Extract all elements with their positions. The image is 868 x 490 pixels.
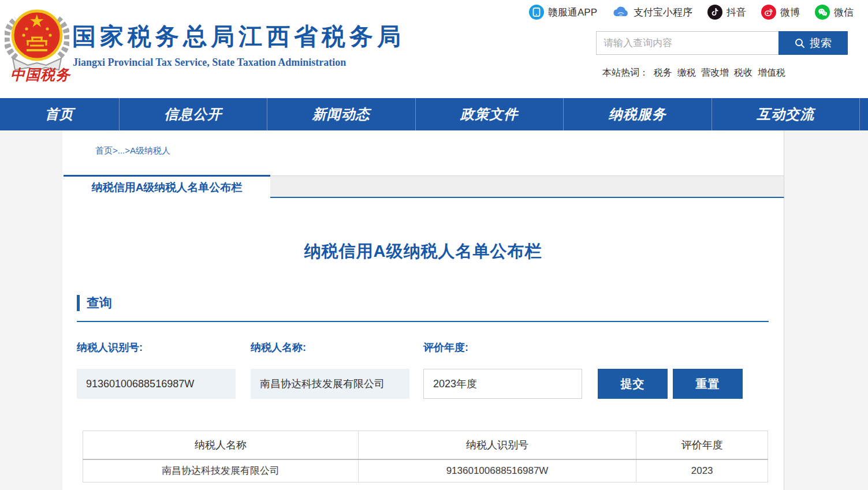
social-link-weibo[interactable]: 微博 [761,5,800,20]
social-label: 支付宝小程序 [634,6,692,19]
nav-spacer [860,98,868,130]
search-button-label: 搜索 [810,36,832,51]
nav-item-interaction[interactable]: 互动交流 [712,98,860,130]
content-panel: 首页>...>A级纳税人 纳税信用A级纳税人名单公布栏 纳税信用A级纳税人名单公… [62,130,784,490]
weibo-icon [761,5,776,20]
douyin-icon [707,5,722,20]
tablet-icon [529,5,544,20]
table-row: 南昌协达科技发展有限公司 91360100688516987W 2023 [83,459,768,482]
page-title: 纳税信用A级纳税人名单公布栏 [62,240,784,263]
hot-word-link[interactable]: 增值税 [758,67,785,79]
taxpayer-id-field[interactable] [77,369,236,399]
cell-taxpayer-name: 南昌协达科技发展有限公司 [83,459,359,482]
search-input[interactable] [596,31,778,55]
hot-words: 本站热词： 税务 缴税 营改增 税收 增值税 [602,67,785,79]
tax-emblem-logo: 中国税务 [5,3,69,84]
social-label: 抖音 [727,6,746,19]
nav-item-home[interactable]: 首页 [0,98,120,130]
cell-eval-year: 2023 [636,459,768,482]
col-header-taxpayer-name: 纳税人名称 [83,431,359,459]
tab-a-level-taxpayer-list[interactable]: 纳税信用A级纳税人名单公布栏 [64,175,270,198]
hot-word-link[interactable]: 税务 [654,67,672,79]
eval-year-label: 评价年度: [423,341,468,354]
social-link-alipay-miniapp[interactable]: 支付宝小程序 [612,5,692,20]
taxpayer-name-label: 纳税人名称: [251,341,306,354]
query-divider [77,321,769,322]
site-subtitle: Jiangxi Provincial Tax Service, State Ta… [73,57,346,69]
content-background: 首页>...>A级纳税人 纳税信用A级纳税人名单公布栏 纳税信用A级纳税人名单公… [0,130,868,490]
taxpayer-id-label: 纳税人识别号: [77,341,143,354]
social-link-douyin[interactable]: 抖音 [707,5,746,20]
nav-item-policy[interactable]: 政策文件 [416,98,564,130]
taxpayer-name-field[interactable] [251,369,409,399]
site-title: 国家税务总局江西省税务局 [72,21,405,53]
tab-bar: 纳税信用A级纳税人名单公布栏 [62,175,784,198]
alipay-cloud-icon [612,5,629,20]
tab-bar-filler [270,175,784,198]
social-link-ganfutong[interactable]: 赣服通APP [529,5,597,20]
nav-item-info[interactable]: 信息公开 [120,98,268,130]
main-nav: 首页 信息公开 新闻动态 政策文件 纳税服务 互动交流 [0,98,868,130]
reset-button[interactable]: 重置 [673,369,743,399]
nav-item-news[interactable]: 新闻动态 [267,98,416,130]
eval-year-field[interactable] [423,369,582,399]
social-label: 赣服通APP [548,6,597,19]
social-bar: 赣服通APP 支付宝小程序 抖音 微博 [529,5,854,20]
hot-words-label: 本站热词： [602,67,649,79]
col-header-taxpayer-id: 纳税人识别号 [358,431,636,459]
col-header-eval-year: 评价年度 [636,431,768,459]
table-header-row: 纳税人名称 纳税人识别号 评价年度 [83,431,768,459]
social-link-wechat[interactable]: 微信 [815,5,854,20]
hot-word-link[interactable]: 税收 [734,67,752,79]
cell-taxpayer-id: 91360100688516987W [358,459,636,482]
search-icon [795,38,805,48]
query-accent-bar [77,295,80,311]
logo-caption: 中国税务 [8,65,73,84]
result-table: 纳税人名称 纳税人识别号 评价年度 南昌协达科技发展有限公司 913601006… [83,431,768,482]
breadcrumb[interactable]: 首页>...>A级纳税人 [95,145,170,156]
site-header: 中国税务 国家税务总局江西省税务局 Jiangxi Provincial Tax… [0,0,868,98]
hot-word-link[interactable]: 缴税 [677,67,696,79]
social-label: 微信 [834,6,854,19]
query-section-title: 查询 [87,294,112,312]
search-button[interactable]: 搜索 [778,31,848,55]
site-search: 搜索 [596,31,848,55]
hot-word-link[interactable]: 营改增 [701,67,729,79]
nav-item-tax-service[interactable]: 纳税服务 [564,98,712,130]
submit-button[interactable]: 提交 [598,369,668,399]
social-label: 微博 [780,6,800,19]
page: 中国税务 国家税务总局江西省税务局 Jiangxi Provincial Tax… [0,0,868,490]
wechat-icon [815,5,830,20]
query-section-header: 查询 [77,294,112,312]
